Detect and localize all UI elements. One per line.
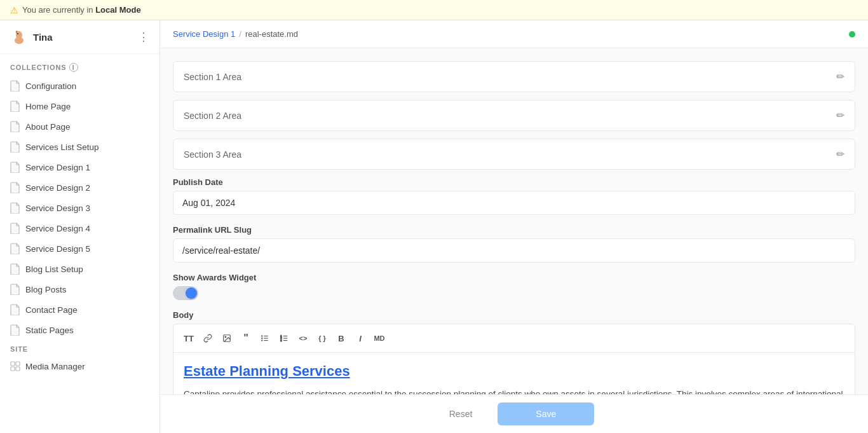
reset-button[interactable]: Reset: [434, 404, 488, 424]
file-icon: [10, 162, 20, 173]
sidebar-menu-button[interactable]: ⋮: [138, 30, 149, 44]
sidebar-item-home-page[interactable]: Home Page: [0, 96, 159, 116]
sidebar-item-label: Contact Page: [25, 305, 78, 315]
app-name: Tina: [33, 32, 53, 43]
toolbar-code-button[interactable]: <>: [294, 329, 312, 347]
sidebar-item-static-pages[interactable]: Static Pages: [0, 320, 159, 340]
section3-area: Section 3 Area ✏: [173, 139, 855, 170]
show-awards-toggle-wrapper: [173, 286, 855, 300]
svg-rect-5: [11, 362, 15, 366]
breadcrumb-link[interactable]: Service Design 1: [173, 29, 235, 39]
breadcrumb: Service Design 1 / real-estate.md: [173, 29, 298, 39]
body-field: Body TT ": [173, 310, 855, 394]
toolbar-bold-button[interactable]: B: [332, 329, 350, 347]
sidebar-item-services-list-setup[interactable]: Services List Setup: [0, 137, 159, 157]
sidebar-item-label: Configuration: [25, 81, 76, 91]
toolbar-ol-button[interactable]: 123: [275, 329, 293, 347]
sidebar-item-service-design-1[interactable]: Service Design 1: [0, 157, 159, 177]
section3-edit-button[interactable]: ✏: [836, 148, 844, 160]
sidebar-item-label: Services List Setup: [25, 142, 99, 152]
sidebar-item-label: Service Design 5: [25, 244, 90, 254]
svg-point-14: [262, 336, 262, 336]
section1-edit-button[interactable]: ✏: [836, 71, 844, 83]
svg-rect-6: [16, 362, 20, 366]
sidebar-item-label: Service Design 4: [25, 224, 90, 233]
publish-date-field: Publish Date: [173, 177, 855, 215]
sidebar-item-service-design-3[interactable]: Service Design 3: [0, 198, 159, 218]
file-icon: [10, 263, 20, 275]
svg-point-4: [16, 31, 17, 33]
body-label: Body: [173, 310, 855, 320]
save-button[interactable]: Save: [498, 402, 594, 425]
editor-body-text[interactable]: Captaline provides professional assistan…: [184, 387, 844, 394]
sidebar-item-media-manager[interactable]: Media Manager: [0, 357, 159, 376]
section2-label: Section 2 Area: [184, 111, 241, 121]
toolbar-image-button[interactable]: [218, 329, 236, 347]
toolbar-ul-button[interactable]: [256, 329, 274, 347]
permalink-input[interactable]: [173, 238, 855, 263]
editor-content[interactable]: Estate Planning Services Captaline provi…: [173, 353, 855, 394]
main-content: Service Design 1 / real-estate.md Sectio…: [160, 20, 868, 433]
app-logo: Tina: [10, 28, 53, 46]
banner-text: You are currently in Local Mode: [22, 5, 141, 15]
sidebar: Tina ⋮ COLLECTIONS i Configuration Home …: [0, 20, 160, 433]
svg-point-15: [262, 338, 262, 338]
site-item-label: Media Manager: [25, 362, 85, 371]
toolbar-quote-button[interactable]: ": [237, 329, 255, 347]
toolbar-markdown-button[interactable]: MD: [370, 329, 388, 347]
toolbar-code-block-button[interactable]: { }: [313, 329, 331, 347]
file-icon: [10, 223, 20, 234]
toolbar-link-button[interactable]: [199, 329, 217, 347]
svg-point-16: [262, 340, 262, 341]
sidebar-item-label: Blog Posts: [25, 285, 67, 294]
sidebar-item-contact-page[interactable]: Contact Page: [0, 299, 159, 320]
svg-rect-8: [16, 367, 20, 371]
sidebar-item-service-design-5[interactable]: Service Design 5: [0, 238, 159, 259]
show-awards-toggle[interactable]: [173, 286, 198, 300]
toolbar-italic-button[interactable]: I: [351, 329, 369, 347]
sidebar-item-configuration[interactable]: Configuration: [0, 76, 159, 96]
sidebar-item-blog-list-setup[interactable]: Blog List Setup: [0, 259, 159, 279]
breadcrumb-separator: /: [239, 29, 241, 39]
section2-edit-button[interactable]: ✏: [836, 109, 844, 121]
sidebar-item-service-design-2[interactable]: Service Design 2: [0, 177, 159, 198]
svg-point-3: [17, 33, 18, 34]
sidebar-item-label: Blog List Setup: [25, 265, 83, 274]
sidebar-item-label: Service Design 3: [25, 203, 90, 213]
nav-items-list: Configuration Home Page About Page Servi…: [0, 76, 159, 340]
collections-section-label: COLLECTIONS i: [0, 54, 159, 76]
publish-date-label: Publish Date: [173, 177, 855, 187]
svg-text:3: 3: [280, 339, 282, 342]
sidebar-item-blog-posts[interactable]: Blog Posts: [0, 279, 159, 299]
file-icon: [10, 141, 20, 153]
sidebar-item-about-page[interactable]: About Page: [0, 116, 159, 137]
svg-rect-7: [11, 367, 15, 371]
permalink-field: Permalink URL Slug: [173, 225, 855, 263]
show-awards-label: Show Awards Widget: [173, 273, 855, 282]
sidebar-item-label: Static Pages: [25, 326, 74, 335]
sidebar-header: Tina ⋮: [0, 20, 159, 54]
breadcrumb-bar: Service Design 1 / real-estate.md: [160, 20, 868, 48]
logo-icon: [10, 28, 28, 46]
file-icon: [10, 202, 20, 214]
bottom-bar: Reset Save: [160, 394, 868, 433]
toolbar-tt-button[interactable]: TT: [180, 329, 198, 347]
file-icon: [10, 100, 20, 112]
file-icon: [10, 284, 20, 295]
body-editor: TT " 123 <>: [173, 324, 855, 394]
permalink-label: Permalink URL Slug: [173, 225, 855, 235]
file-icon: [10, 304, 20, 315]
file-icon: [10, 80, 20, 92]
editor-heading[interactable]: Estate Planning Services: [184, 363, 844, 380]
section1-label: Section 1 Area: [184, 72, 241, 82]
sidebar-item-label: Home Page: [25, 102, 71, 111]
publish-date-input[interactable]: [173, 191, 855, 215]
svg-point-10: [225, 336, 226, 338]
collections-info-icon[interactable]: i: [69, 63, 78, 72]
site-section-label: SITE: [0, 340, 159, 357]
site-items-list: Media Manager: [0, 357, 159, 376]
grid-icon: [10, 361, 20, 371]
toggle-thumb: [186, 287, 197, 299]
sidebar-item-service-design-4[interactable]: Service Design 4: [0, 218, 159, 238]
sidebar-item-label: About Page: [25, 122, 71, 132]
